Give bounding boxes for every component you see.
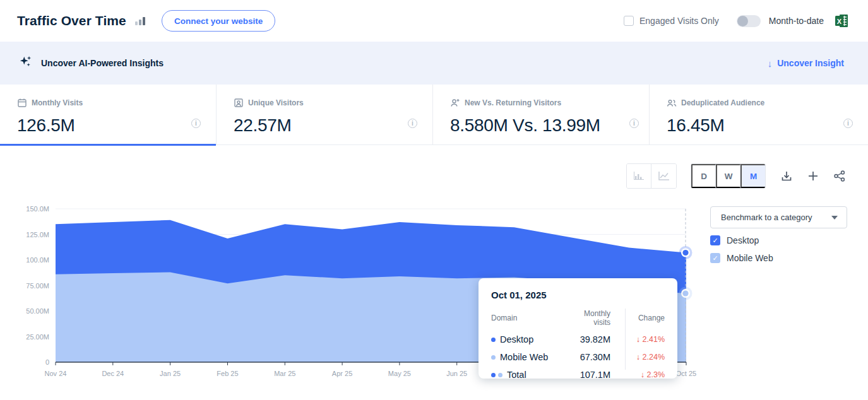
user-plus-icon xyxy=(450,98,460,108)
chevron-down-icon xyxy=(831,216,838,220)
card-value: 8.580M Vs. 13.99M xyxy=(450,115,633,136)
tooltip-row-desktop: Desktop 39.82M ↓ 2.41% xyxy=(491,334,665,344)
metric-cards-row: Monthly Visits 126.5M i Unique Visitors … xyxy=(0,85,868,145)
bar-chart-icon xyxy=(135,17,145,25)
x-axis-label: Dec 24 xyxy=(91,370,135,377)
info-icon[interactable]: i xyxy=(843,119,853,128)
down-arrow-icon: ↓ xyxy=(636,353,640,362)
sparkles-icon xyxy=(19,55,33,71)
header-right-cluster: Engaged Visits Only Month-to-date X xyxy=(624,13,849,28)
y-axis-label: 125.0M xyxy=(0,231,49,238)
card-value: 126.5M xyxy=(17,115,199,136)
x-axis-label: Jun 25 xyxy=(435,370,479,377)
x-axis-label: Mar 25 xyxy=(263,370,307,377)
month-to-date-toggle[interactable] xyxy=(737,15,761,27)
granularity-day-button[interactable]: D xyxy=(691,164,716,188)
toggle-knob xyxy=(737,16,748,26)
x-axis-label: Feb 25 xyxy=(205,370,249,377)
down-arrow-icon: ↓ xyxy=(636,335,640,344)
tooltip-header-row: Domain Monthly visits Change xyxy=(491,309,665,327)
tooltip-row-mobile-web: Mobile Web 67.30M ↓ 2.24% xyxy=(491,352,665,362)
benchmark-dropdown[interactable]: Benchmark to a category xyxy=(710,206,847,228)
share-icon[interactable] xyxy=(833,169,847,183)
card-value: 22.57M xyxy=(234,115,416,136)
x-axis-label: May 25 xyxy=(378,370,422,377)
users-icon xyxy=(667,98,677,108)
month-to-date-label: Month-to-date xyxy=(769,16,824,26)
granularity-week-button[interactable]: W xyxy=(716,164,740,188)
chart-action-icons xyxy=(780,169,847,183)
x-axis-label: Nov 24 xyxy=(33,370,78,377)
card-new-vs-returning[interactable]: New Vs. Returning Visitors 8.580M Vs. 13… xyxy=(433,85,650,145)
column-chart-icon[interactable] xyxy=(627,164,651,188)
granularity-month-button[interactable]: M xyxy=(740,164,765,188)
card-value: 16.45M xyxy=(667,115,852,136)
card-unique-visitors[interactable]: Unique Visitors 22.57M i xyxy=(217,85,433,145)
card-label: Monthly Visits xyxy=(32,98,83,107)
traffic-over-time-page: Traffic Over Time Connect your website E… xyxy=(0,0,868,400)
y-axis-label: 0 xyxy=(0,358,49,366)
down-arrow-icon: ↓ xyxy=(641,370,645,379)
y-axis-label: 25.00M xyxy=(0,333,49,341)
ai-insights-bar: Uncover AI-Powered Insights ↓ Uncover In… xyxy=(0,42,868,85)
svg-text:X: X xyxy=(837,18,842,25)
header: Traffic Over Time Connect your website E… xyxy=(0,0,868,42)
engaged-visits-checkbox[interactable] xyxy=(624,16,634,26)
granularity-toggle: D W M xyxy=(691,163,766,189)
chart-tooltip: Oct 01, 2025 Domain Monthly visits Chang… xyxy=(479,278,677,379)
tooltip-row-total: Total 107.1M ↓ 2.3% xyxy=(491,370,665,380)
page-title: Traffic Over Time xyxy=(17,13,126,28)
line-chart-icon[interactable] xyxy=(651,164,676,188)
ai-insights-label: Uncover AI-Powered Insights xyxy=(41,58,163,68)
y-axis-label: 150.0M xyxy=(0,205,49,213)
download-icon[interactable] xyxy=(780,169,794,183)
legend-item-desktop[interactable]: ✓ Desktop xyxy=(710,235,759,245)
tooltip-divider xyxy=(625,309,626,370)
y-axis-label: 75.00M xyxy=(0,282,49,290)
x-axis-label: Apr 25 xyxy=(320,370,364,377)
connect-website-button[interactable]: Connect your website xyxy=(162,10,275,32)
info-icon[interactable]: i xyxy=(629,119,639,128)
add-icon[interactable] xyxy=(806,169,820,183)
tooltip-date: Oct 01, 2025 xyxy=(491,290,665,300)
chart-type-toggle xyxy=(626,163,677,189)
arrow-down-icon: ↓ xyxy=(768,58,773,69)
card-label: Unique Visitors xyxy=(248,98,304,107)
info-icon[interactable]: i xyxy=(191,119,201,128)
calendar-icon xyxy=(17,98,27,108)
desktop-checkbox[interactable]: ✓ xyxy=(710,235,720,245)
chart-controls: D W M xyxy=(626,163,847,189)
unique-visitor-icon xyxy=(234,98,244,108)
card-deduplicated-audience[interactable]: Deduplicated Audience 16.45M i xyxy=(650,85,868,145)
mobile-web-checkbox[interactable]: ✓ xyxy=(710,253,720,263)
card-label: New Vs. Returning Visitors xyxy=(465,98,561,107)
info-icon[interactable]: i xyxy=(408,119,417,128)
engaged-visits-label: Engaged Visits Only xyxy=(639,16,719,26)
x-axis-label: Jan 25 xyxy=(148,370,193,377)
y-axis-label: 100.0M xyxy=(0,256,49,264)
card-label: Deduplicated Audience xyxy=(681,98,764,107)
legend-item-mobile-web[interactable]: ✓ Mobile Web xyxy=(710,253,773,263)
uncover-insight-link[interactable]: ↓ Uncover Insight xyxy=(768,58,844,69)
card-monthly-visits[interactable]: Monthly Visits 126.5M i xyxy=(0,85,217,145)
y-axis-label: 50.00M xyxy=(0,307,49,315)
excel-export-icon[interactable]: X xyxy=(834,13,849,28)
